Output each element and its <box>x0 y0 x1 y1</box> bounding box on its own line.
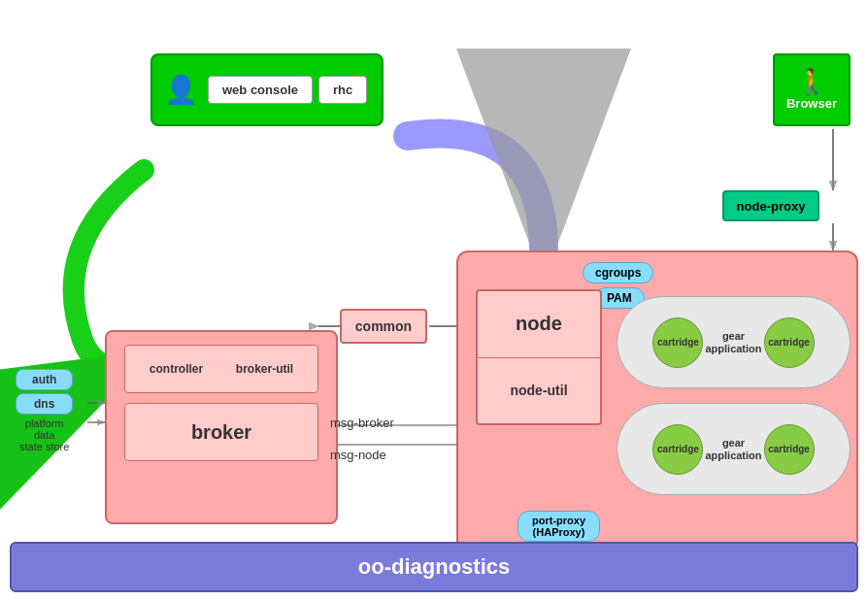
pam-label: PAM <box>607 291 632 305</box>
dns-pill: dns <box>16 393 73 415</box>
client-buttons: web console rhc <box>208 76 367 104</box>
cartridge-circle-3: cartridge <box>652 424 703 475</box>
browser-box: 🚶 Browser <box>773 53 851 126</box>
web-console-button[interactable]: web console <box>208 76 313 104</box>
nodeutil-label: node-util <box>510 383 567 398</box>
auth-pill: auth <box>16 369 73 390</box>
cgroups-pill: cgroups <box>583 262 653 283</box>
node-proxy-label: node-proxy <box>737 199 806 214</box>
controller-box: controller broker-util <box>124 345 318 393</box>
broker-label: broker <box>191 421 251 444</box>
node-box: node node-util <box>476 289 602 425</box>
controller-label: controller <box>150 362 203 376</box>
browser-person-icon: 🚶 <box>796 69 827 94</box>
state-store-label: state store <box>19 441 69 452</box>
port-proxy-label: port-proxy(HAProxy) <box>532 515 585 538</box>
platform-text: platform data state store <box>16 417 73 452</box>
broker-inner-box: broker <box>124 403 318 461</box>
cgroups-label: cgroups <box>595 266 641 280</box>
application-label-top: application <box>705 343 761 354</box>
oo-diagnostics-bar: oo-diagnostics <box>10 542 858 592</box>
diagram-container: 👤 web console rhc 🚶 Browser node-proxy c… <box>0 0 868 600</box>
gear-app-label-top: gear application <box>705 330 761 354</box>
oo-diagnostics-label: oo-diagnostics <box>358 554 510 580</box>
node-label: node <box>516 313 562 335</box>
msg-labels: msg-broker msg-node <box>330 416 394 462</box>
gear-app-label-bottom: gear application <box>705 437 761 461</box>
cartridge-circle-4: cartridge <box>764 424 815 475</box>
gear-label-top: gear <box>722 330 745 342</box>
common-box: common <box>340 309 427 344</box>
node-box-top: node <box>478 291 600 358</box>
node-proxy-box: node-proxy <box>722 190 819 221</box>
broker-util-label: broker-util <box>236 362 293 376</box>
gear-label-bottom: gear <box>722 437 745 449</box>
msg-broker-label: msg-broker <box>330 416 394 430</box>
gear-area-top: cartridge gear application cartridge <box>617 296 851 388</box>
platform-label: platform <box>25 417 64 429</box>
port-proxy-pill: port-proxy(HAProxy) <box>517 511 600 542</box>
msg-node-label: msg-node <box>330 448 394 462</box>
data-label: data <box>34 429 54 441</box>
application-label-bottom: application <box>705 450 761 461</box>
cartridge-circle-1: cartridge <box>652 317 703 368</box>
cartridge-circle-2: cartridge <box>764 317 815 368</box>
client-box: 👤 web console rhc <box>150 53 384 126</box>
left-pills: auth dns platform data state store <box>16 369 73 452</box>
common-label: common <box>355 318 412 334</box>
browser-label: Browser <box>786 96 837 111</box>
gear-area-bottom: cartridge gear application cartridge <box>617 403 851 495</box>
node-box-bottom: node-util <box>478 358 600 424</box>
user-icon: 👤 <box>164 74 198 106</box>
rhc-button[interactable]: rhc <box>318 76 367 104</box>
